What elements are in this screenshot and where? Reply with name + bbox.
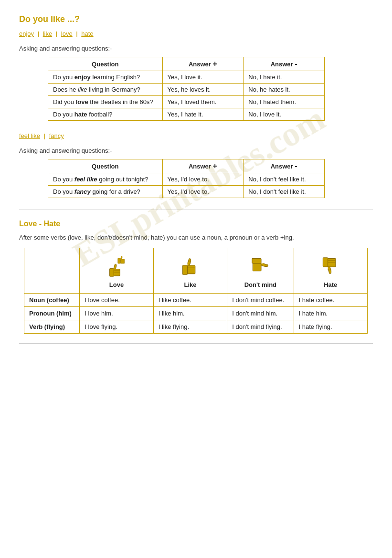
svg-rect-0	[117, 258, 120, 263]
link-fancy[interactable]: fancy	[49, 132, 64, 139]
section3-title: Love - Hate	[19, 220, 373, 228]
pronoun-like: I like him.	[153, 307, 227, 320]
divider1	[19, 210, 373, 210]
table1-col3-header: Answer -	[244, 57, 325, 71]
svg-rect-3	[114, 269, 120, 276]
thumbs-up-double-icon	[104, 253, 130, 279]
table-row: Pronoun (him) I love him. I like him. I …	[24, 307, 368, 320]
section1-table: Question Answer + Answer - Do you enjoy …	[48, 57, 325, 121]
a1-neg: No, I hate it.	[244, 71, 325, 84]
section1-desc: Asking and answering questions:-	[19, 45, 373, 52]
link-like[interactable]: like	[43, 30, 53, 37]
noun-love: I love coffee.	[80, 294, 153, 307]
verb-love: I love flying.	[80, 320, 153, 334]
section2-desc: Asking and answering questions:-	[19, 147, 373, 154]
love-label: Love	[109, 281, 124, 288]
section2-table: Question Answer + Answer - Do you feel l…	[48, 159, 325, 198]
svg-rect-1	[120, 259, 124, 263]
svg-rect-2	[109, 268, 114, 276]
thumbs-up-icon	[177, 253, 203, 279]
table-row: Do you fancy going for a drive? Yes, I'd…	[48, 186, 325, 198]
love-hate-table: Love Like	[24, 248, 368, 334]
row-verb-header: Verb (flying)	[24, 320, 80, 334]
hate-label: Hate	[324, 281, 337, 288]
q1: Do you enjoy learning English?	[48, 71, 163, 84]
section2-links: feel like | fancy	[19, 132, 373, 139]
a4-neg: No, I love it.	[244, 108, 325, 121]
a2-pos: Yes, he loves it.	[162, 84, 244, 96]
a2-neg: No, he hates it.	[244, 84, 325, 96]
a6-neg: No, I don't feel like it.	[244, 186, 325, 198]
a6-pos: Yes, I'd love to.	[162, 186, 244, 198]
q5: Do you feel like going out tonight?	[48, 173, 163, 186]
link-feel-like[interactable]: feel like	[19, 132, 40, 139]
table-row: Does he like living in Germany? Yes, he …	[48, 84, 325, 96]
table-row: Do you enjoy learning English? Yes, I lo…	[48, 71, 325, 84]
a5-pos: Yes, I'd love to.	[162, 173, 244, 186]
table2-col2-header: Answer +	[162, 159, 244, 173]
pronoun-dontmind: I don't mind him.	[227, 307, 294, 320]
icon-hate: Hate	[294, 248, 367, 294]
a3-neg: No, I hated them.	[244, 96, 325, 108]
a5-neg: No, I don't feel like it.	[244, 173, 325, 186]
q3: Did you love the Beatles in the 60s?	[48, 96, 163, 108]
row-noun-header: Noun (coffee)	[24, 294, 80, 307]
table-row: Noun (coffee) I love coffee. I like coff…	[24, 294, 368, 307]
section3-desc: After some verbs (love, like, don't/does…	[19, 234, 373, 241]
thumbs-side-icon	[247, 253, 274, 279]
a4-pos: Yes, I hate it.	[162, 108, 244, 121]
row-pronoun-header: Pronoun (him)	[24, 307, 80, 320]
verb-like: I like flying.	[153, 320, 227, 334]
svg-rect-12	[323, 258, 328, 267]
pronoun-love: I love him.	[80, 307, 153, 320]
table-row: Verb (flying) I love flying. I like flyi…	[24, 320, 368, 334]
icon-like: Like	[153, 248, 227, 294]
noun-dontmind: I don't mind coffee.	[227, 294, 294, 307]
divider2	[19, 343, 373, 344]
lh-blank-header	[24, 248, 80, 294]
link-enjoy[interactable]: enjoy	[19, 30, 34, 37]
q6: Do you fancy going for a drive?	[48, 186, 163, 198]
noun-hate: I hate coffee.	[294, 294, 367, 307]
table-row: Did you love the Beatles in the 60s? Yes…	[48, 96, 325, 108]
table1-col2-header: Answer +	[162, 57, 244, 71]
link-love[interactable]: love	[61, 30, 73, 37]
svg-rect-11	[253, 263, 261, 271]
like-label: Like	[184, 281, 196, 288]
verb-hate: I hate flying.	[294, 320, 367, 334]
pronoun-hate: I hate him.	[294, 307, 367, 320]
table-row: Do you feel like going out tonight? Yes,…	[48, 173, 325, 186]
table2-col1-header: Question	[48, 159, 163, 173]
svg-rect-7	[188, 265, 195, 274]
icon-dontmind: Don't mind	[227, 248, 294, 294]
link-hate[interactable]: hate	[81, 30, 93, 37]
table-row: Do you hate football? Yes, I hate it. No…	[48, 108, 325, 121]
svg-rect-6	[182, 265, 187, 274]
svg-rect-10	[252, 258, 261, 263]
q2: Does he like living in Germany?	[48, 84, 163, 96]
section1-links: enjoy | like | love | hate	[19, 30, 373, 37]
icon-love: Love	[80, 248, 153, 294]
q4: Do you hate football?	[48, 108, 163, 121]
a3-pos: Yes, I loved them.	[162, 96, 244, 108]
table2-col3-header: Answer -	[244, 159, 325, 173]
page-title: Do you like ...?	[19, 14, 373, 24]
dontmind-label: Don't mind	[244, 281, 276, 288]
thumbs-down-icon	[318, 253, 344, 279]
verb-dontmind: I don't mind flying.	[227, 320, 294, 334]
a1-pos: Yes, I love it.	[162, 71, 244, 84]
table1-col1-header: Question	[48, 57, 163, 71]
noun-like: I like coffee.	[153, 294, 227, 307]
